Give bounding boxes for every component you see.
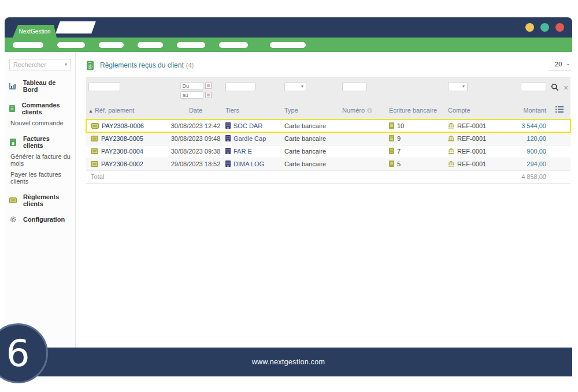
brand-tab[interactable]: NextGestion — [13, 25, 57, 38]
sidebar-item-dashboard[interactable]: Tableau de Bord — [9, 79, 71, 93]
page-title: Règlements reçus du client — [100, 61, 184, 69]
sidebar: Rechercher ▾ Tableau de Bord Commandes c… — [5, 52, 76, 348]
nav-pill[interactable] — [219, 42, 248, 48]
payment-ref-link[interactable]: PAY2308-0002 — [101, 160, 143, 167]
amount-link[interactable]: 900,00 — [527, 148, 546, 155]
banknote-icon — [9, 197, 17, 203]
sort-asc-icon: ▲ — [88, 109, 93, 114]
payment-date: 30/08/2023 09:48 — [171, 135, 221, 142]
filter-date-from-input[interactable] — [180, 82, 203, 89]
bank-entry-link[interactable]: 7 — [397, 148, 401, 155]
bank-entry-link[interactable]: 10 — [397, 122, 404, 129]
payment-date: 30/08/2023 12:42 — [171, 122, 221, 129]
sidebar-item-label: Tableau de Bord — [23, 79, 71, 93]
payment-date: 29/08/2023 18:52 — [171, 160, 221, 167]
col-ecriture[interactable]: Écriture bancaire — [387, 103, 446, 120]
amount-link[interactable]: 294,00 — [527, 160, 546, 167]
sidebar-item-commandes[interactable]: Commandes clients — [9, 102, 71, 115]
sidebar-item-label: Configuration — [23, 216, 65, 223]
col-tiers[interactable]: Tiers — [223, 103, 282, 120]
bank-account-icon — [448, 160, 454, 167]
info-icon: i — [367, 108, 372, 113]
nav-pill[interactable] — [177, 42, 205, 48]
col-ref[interactable]: ▲Réf. paiement — [86, 103, 168, 120]
account-link[interactable]: REF-0001 — [457, 160, 486, 167]
nav-pill[interactable] — [13, 42, 43, 48]
title-bar: NextGestion — [5, 17, 572, 38]
col-montant[interactable]: Montant — [515, 103, 549, 120]
chevron-down-icon: ▾ — [65, 62, 67, 67]
table-row[interactable]: PAY2308-0006 30/08/2023 12:42 SOC DAR Ca… — [86, 120, 570, 132]
nav-pill[interactable] — [138, 42, 163, 48]
filter-numero-input[interactable] — [342, 82, 366, 91]
table-row[interactable]: PAY2308-0002 29/08/2023 18:52 DIMA LOG C… — [86, 158, 570, 170]
col-numero[interactable]: Numéroi — [340, 103, 387, 120]
account-link[interactable]: REF-0001 — [457, 148, 486, 155]
tiers-link[interactable]: Gardie Cap — [234, 135, 266, 142]
svg-text:$: $ — [89, 65, 91, 69]
bank-account-icon — [448, 148, 454, 154]
payment-ref-link[interactable]: PAY2308-0005 — [101, 135, 143, 142]
sidebar-item-reglements[interactable]: Règlements clients — [9, 193, 71, 207]
sidebar-item-generer-facture[interactable]: Générer la facture du mois — [10, 153, 71, 167]
nav-pill[interactable] — [270, 42, 306, 48]
sidebar-item-nouvel-commande[interactable]: Nouvel commande — [10, 120, 71, 126]
footer-bar: www.nextgestion.com — [5, 348, 572, 376]
clear-filters-icon[interactable]: × — [564, 84, 568, 92]
close-dot-icon[interactable] — [555, 23, 564, 32]
payments-table-body: PAY2308-0006 30/08/2023 12:42 SOC DAR Ca… — [86, 120, 570, 170]
filter-type-select[interactable]: ▾ — [284, 82, 306, 91]
invoice-icon: $ — [9, 139, 17, 146]
tiers-link[interactable]: FAR E — [234, 148, 252, 155]
nav-pill[interactable] — [57, 42, 85, 48]
calendar-icon[interactable] — [205, 92, 212, 98]
search-input[interactable]: Rechercher ▾ — [9, 59, 71, 70]
search-icon[interactable] — [551, 83, 559, 92]
col-type[interactable]: Type — [282, 103, 340, 120]
receipt-icon: $ — [86, 61, 95, 70]
minimize-dot-icon[interactable] — [525, 23, 534, 32]
filter-row: ▾ ▾ × — [86, 77, 570, 103]
payment-type: Carte bancaire — [284, 148, 326, 155]
calendar-icon[interactable] — [205, 83, 212, 89]
amount-link[interactable]: 3 544,00 — [521, 122, 546, 129]
payment-ref-link[interactable]: PAY2308-0004 — [101, 148, 143, 155]
amount-link[interactable]: 120,00 — [527, 135, 546, 142]
window-controls — [525, 23, 564, 32]
building-icon — [225, 160, 231, 167]
bank-entry-link[interactable]: 9 — [397, 135, 401, 142]
payment-type: Carte bancaire — [284, 135, 326, 142]
payment-ref-link[interactable]: PAY2308-0006 — [102, 122, 144, 129]
sidebar-item-configuration[interactable]: Configuration — [9, 216, 71, 223]
maximize-dot-icon[interactable] — [540, 23, 549, 32]
building-icon — [225, 122, 231, 129]
bank-entry-icon — [389, 122, 394, 129]
col-compte[interactable]: Compte — [446, 103, 515, 120]
banknote-icon — [91, 148, 98, 154]
page-size-select[interactable]: 20 ⌄ — [548, 61, 571, 70]
chevron-down-icon: ⌄ — [566, 62, 570, 66]
table-row[interactable]: PAY2308-0005 30/08/2023 09:48 Gardie Cap… — [86, 132, 570, 145]
inactive-tab[interactable] — [55, 21, 96, 33]
filter-compte-select[interactable]: ▾ — [448, 82, 468, 91]
filter-montant-input[interactable] — [521, 82, 546, 91]
tiers-link[interactable]: SOC DAR — [234, 122, 262, 129]
sidebar-item-payer-factures[interactable]: Payer les factures clients — [10, 171, 71, 185]
columns-selector[interactable] — [549, 103, 570, 120]
bank-account-icon — [448, 122, 454, 129]
account-link[interactable]: REF-0001 — [457, 135, 486, 142]
bank-entry-link[interactable]: 5 — [397, 160, 401, 167]
table-row[interactable]: PAY2308-0004 30/08/2023 09:38 FAR E Cart… — [86, 145, 570, 158]
account-link[interactable]: REF-0001 — [457, 122, 486, 129]
nav-pill[interactable] — [99, 42, 124, 48]
filter-ref-input[interactable] — [88, 82, 120, 91]
chevron-down-icon: ▾ — [301, 84, 303, 89]
filter-date-to-input[interactable] — [180, 91, 203, 99]
tiers-link[interactable]: DIMA LOG — [234, 160, 264, 167]
col-date[interactable]: Date — [168, 103, 223, 120]
gear-icon — [9, 216, 17, 223]
filter-tiers-input[interactable] — [225, 82, 255, 91]
main-nav-bar — [5, 38, 572, 52]
header-row: ▲Réf. paiement Date Tiers Type Numéroi É… — [86, 103, 570, 120]
sidebar-item-factures[interactable]: $ Factures clients — [9, 135, 71, 149]
